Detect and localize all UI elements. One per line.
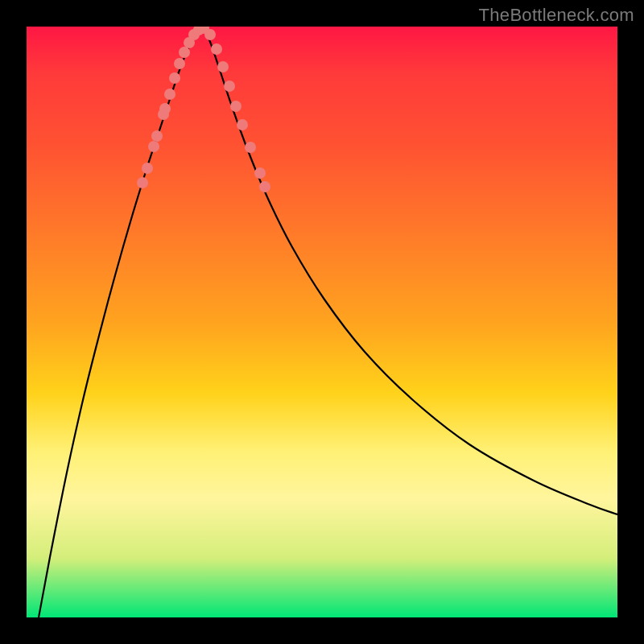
- chart-frame: [27, 27, 617, 617]
- marker-point: [179, 47, 190, 58]
- marker-point: [230, 101, 242, 112]
- marker-point: [259, 181, 270, 192]
- marker-point: [142, 163, 153, 174]
- curve-left-branch: [39, 27, 202, 617]
- marker-point: [224, 80, 235, 92]
- marker-point: [148, 141, 159, 152]
- curve-right-branch: [202, 27, 617, 514]
- marker-group: [137, 27, 270, 192]
- marker-point: [174, 58, 185, 69]
- marker-point: [237, 119, 248, 130]
- marker-point: [204, 29, 216, 40]
- chart-svg: [27, 27, 617, 617]
- marker-point: [159, 103, 171, 114]
- marker-point: [217, 61, 229, 72]
- marker-point: [151, 130, 163, 142]
- marker-point: [164, 89, 175, 100]
- marker-point: [245, 142, 256, 153]
- watermark-text: TheBottleneck.com: [479, 5, 634, 26]
- marker-point: [254, 167, 266, 179]
- marker-point: [211, 43, 222, 55]
- marker-point: [137, 177, 148, 188]
- marker-point: [169, 72, 180, 84]
